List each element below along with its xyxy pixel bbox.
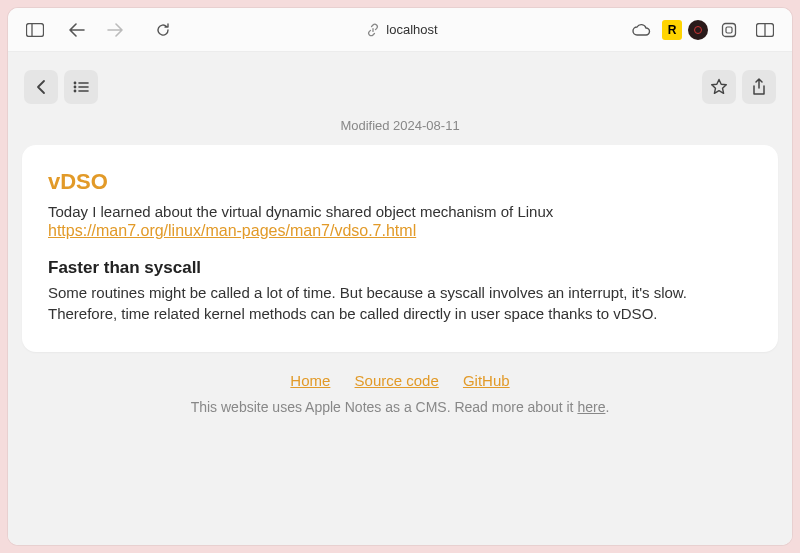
footer-link-source[interactable]: Source code [355, 372, 439, 389]
share-button[interactable] [742, 70, 776, 104]
address-bar[interactable]: localhost [178, 22, 626, 37]
footer-link-github[interactable]: GitHub [463, 372, 510, 389]
note-card: vDSO Today I learned about the virtual d… [22, 145, 778, 352]
footer-link-home[interactable]: Home [290, 372, 330, 389]
browser-toolbar: localhost R [8, 8, 792, 52]
svg-rect-3 [726, 27, 732, 33]
sidebar-toggle-button[interactable] [20, 15, 50, 45]
forward-button[interactable] [100, 15, 130, 45]
svg-point-10 [74, 90, 77, 93]
note-intro: Today I learned about the virtual dynami… [48, 201, 752, 222]
extension-badge-circle[interactable] [688, 20, 708, 40]
extension-badge-r[interactable]: R [662, 20, 682, 40]
badge-letter: R [668, 23, 677, 37]
modified-date: Modified 2024-08-11 [22, 118, 778, 133]
note-list-button[interactable] [64, 70, 98, 104]
note-link[interactable]: https://man7.org/linux/man-pages/man7/vd… [48, 222, 416, 239]
browser-nav-group [62, 15, 178, 45]
tabs-button[interactable] [750, 15, 780, 45]
extensions-button[interactable] [714, 15, 744, 45]
note-subtitle: Faster than syscall [48, 258, 752, 278]
browser-right-controls: R [626, 15, 780, 45]
browser-window: localhost R [8, 8, 792, 545]
back-button[interactable] [62, 15, 92, 45]
address-text: localhost [386, 22, 437, 37]
footer-cms-text: This website uses Apple Notes as a CMS. … [22, 399, 778, 415]
svg-point-6 [74, 82, 77, 85]
note-body: Some routines might be called a lot of t… [48, 282, 752, 324]
note-toolbar [22, 52, 778, 110]
svg-rect-0 [27, 23, 44, 36]
page-content: Modified 2024-08-11 vDSO Today I learned… [8, 52, 792, 545]
note-back-button[interactable] [24, 70, 58, 104]
footer-cms-suffix: . [605, 399, 609, 415]
reload-button[interactable] [148, 15, 178, 45]
note-title: vDSO [48, 169, 752, 195]
footer-links: Home Source code GitHub [22, 372, 778, 389]
svg-rect-2 [723, 23, 736, 36]
footer-cms-prefix: This website uses Apple Notes as a CMS. … [191, 399, 578, 415]
footer-here-link[interactable]: here [577, 399, 605, 415]
link-icon [366, 23, 380, 37]
svg-point-8 [74, 86, 77, 89]
star-button[interactable] [702, 70, 736, 104]
cloud-button[interactable] [626, 15, 656, 45]
